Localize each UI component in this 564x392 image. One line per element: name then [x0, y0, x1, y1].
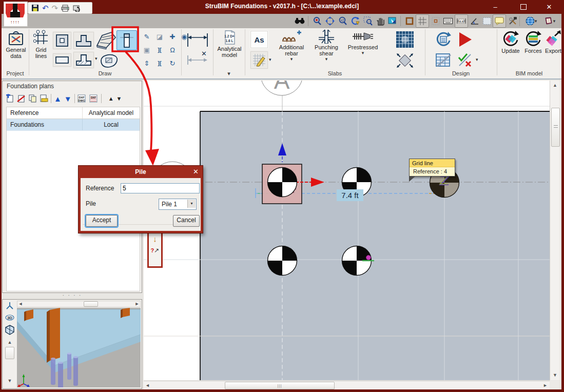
expand-icon[interactable]: ▼ — [116, 95, 122, 102]
results-table-tool[interactable] — [434, 51, 453, 69]
save-icon[interactable] — [31, 4, 39, 12]
row-reference-cell[interactable]: Foundations — [7, 119, 83, 130]
scroll-up-icon[interactable]: ▲ — [550, 83, 560, 88]
web-help-icon[interactable]: ▾ — [522, 14, 540, 28]
slab-region[interactable] — [200, 111, 550, 380]
prestressed-dropdown[interactable]: ▾ — [362, 51, 364, 55]
scroll-up-icon[interactable]: ▲ — [8, 340, 12, 345]
bim-export-button[interactable]: Export — [543, 30, 563, 54]
rectangular-footing-tool[interactable] — [52, 53, 72, 67]
axes-icon[interactable] — [5, 301, 14, 310]
previous-view-icon[interactable] — [386, 14, 399, 28]
cancel-button[interactable]: Cancel — [173, 215, 200, 227]
dimension-display-icon[interactable]: 4.4 — [455, 14, 468, 28]
edit-icon[interactable]: ✎ — [141, 31, 152, 42]
pile-tool[interactable] — [116, 30, 137, 50]
bim-update-button[interactable]: Update — [499, 30, 522, 54]
calculate-run-tool[interactable] — [456, 30, 474, 49]
dimension-tool[interactable] — [184, 31, 211, 49]
pile-symbol[interactable] — [268, 168, 297, 197]
app-logo[interactable]: ↑↑↑↑ — [4, 2, 28, 27]
canvas-vscroll-thumb[interactable] — [551, 108, 560, 147]
pan-hand-icon[interactable] — [374, 14, 387, 28]
dxf-layers-icon[interactable]: DXF — [89, 94, 99, 103]
snap-icon[interactable] — [429, 14, 442, 28]
show-grid-icon[interactable] — [416, 14, 429, 28]
pile-symbol[interactable] — [268, 246, 297, 276]
canvas-hscroll[interactable]: ◄ ||| ► — [144, 381, 550, 389]
table-row[interactable]: Foundations Local — [7, 119, 140, 131]
section-cube-icon[interactable] — [5, 325, 14, 335]
query-distance-icon[interactable]: ?↗ — [149, 245, 161, 256]
group-dropdown-analytical[interactable]: ▾ — [213, 70, 245, 77]
grid-lines-button[interactable]: Grid lines — [31, 30, 51, 59]
column-header-reference[interactable]: Reference — [7, 107, 83, 119]
tools-icon[interactable] — [506, 14, 519, 28]
additional-rebar-dropdown[interactable]: ▾ — [290, 57, 293, 62]
maximize-button[interactable] — [516, 3, 531, 11]
t-footing-tool[interactable] — [73, 51, 94, 69]
canvas-vscroll[interactable]: ▲ ▼ — [550, 81, 560, 380]
preview-vscroll-thumb[interactable] — [5, 347, 14, 359]
search-icon[interactable] — [293, 14, 306, 28]
preview-3d-viewport[interactable] — [17, 308, 141, 387]
move-icon[interactable]: ✚ — [167, 31, 178, 42]
footing-3d-tool[interactable] — [94, 30, 117, 50]
mat-foundation-tool[interactable] — [98, 51, 120, 69]
t-footing-dropdown[interactable]: ▾ — [95, 56, 98, 61]
recalculate-tool[interactable] — [434, 30, 453, 49]
mirror-icon[interactable]: ][ — [154, 44, 165, 55]
move-up-icon[interactable]: ▲ — [54, 95, 62, 103]
minimize-button[interactable]: – — [488, 3, 503, 11]
check-elements-tool[interactable] — [456, 51, 474, 69]
preview-hscroll-thumb[interactable] — [84, 301, 98, 307]
panel-splitter[interactable]: · · · · — [2, 293, 142, 299]
drawing-canvas[interactable]: A C4 — [144, 81, 550, 380]
erase-icon[interactable]: ◪ — [154, 31, 165, 42]
slab-edit-tool[interactable] — [250, 51, 268, 69]
print-icon[interactable] — [61, 5, 69, 12]
check-elements-dropdown[interactable]: ▾ — [476, 57, 478, 62]
dxf-import-icon[interactable]: DXFDWG — [77, 94, 87, 103]
scroll-right-icon[interactable]: ► — [543, 383, 548, 388]
additional-rebar-button[interactable]: Additional rebar ▾ — [275, 29, 308, 62]
preview-hscroll[interactable]: ◄ ► — [17, 301, 141, 307]
scroll-down-icon[interactable]: ▼ — [8, 379, 12, 383]
rotate-3d-icon[interactable]: 3D — [5, 312, 15, 323]
collapse-icon[interactable]: ▲ — [108, 95, 114, 102]
zoom-extents-icon[interactable] — [323, 14, 337, 28]
element-frame-icon[interactable] — [403, 14, 416, 28]
print-config-icon[interactable] — [72, 5, 81, 12]
keyboard-icon[interactable] — [441, 14, 455, 28]
docs-book-icon[interactable]: ▾ — [540, 14, 559, 28]
drawing-view[interactable]: A C4 — [144, 81, 550, 380]
rotate-axis-icon[interactable]: Ω — [167, 44, 178, 55]
deformed-shape-tool[interactable] — [393, 51, 417, 70]
mirror-copy-icon[interactable]: ][ — [154, 57, 165, 69]
redraw-icon[interactable] — [349, 14, 362, 28]
column-header-analytical[interactable]: Analytical model — [83, 107, 140, 119]
row-analytical-cell[interactable]: Local — [83, 119, 140, 130]
zoom-window-icon[interactable] — [361, 14, 375, 28]
canvas-hscroll-thumb[interactable]: ||| — [225, 382, 335, 389]
dimension-edit-tool[interactable] — [184, 54, 211, 66]
scroll-down-icon[interactable]: ▼ — [550, 373, 560, 378]
copy-plan-icon[interactable] — [28, 94, 37, 103]
punching-shear-dropdown[interactable]: ▾ — [325, 57, 328, 62]
scroll-left-icon[interactable]: ◄ — [145, 383, 150, 388]
mesh-view-tool[interactable] — [393, 29, 417, 50]
add-plan-icon[interactable] — [6, 94, 14, 103]
slab-edit-dropdown[interactable]: ▾ — [269, 57, 271, 62]
move-vertical-icon[interactable]: ⇕ — [141, 57, 152, 69]
angle-icon[interactable] — [468, 14, 481, 28]
rotate-icon[interactable]: ↻ — [167, 57, 178, 69]
scroll-left-icon[interactable]: ◄ — [17, 302, 24, 306]
prestressed-button[interactable]: Prestressed ▾ — [344, 29, 381, 55]
edit-plan-icon[interactable] — [40, 94, 48, 103]
strip-footing-tool[interactable] — [73, 31, 94, 50]
punching-shear-button[interactable]: Punching shear ▾ — [310, 29, 343, 62]
reference-input[interactable] — [121, 183, 200, 193]
accept-button[interactable]: Accept — [86, 215, 118, 227]
dialog-close-button[interactable]: ✕ — [193, 168, 199, 175]
bim-forces-button[interactable]: Forces — [523, 30, 543, 54]
